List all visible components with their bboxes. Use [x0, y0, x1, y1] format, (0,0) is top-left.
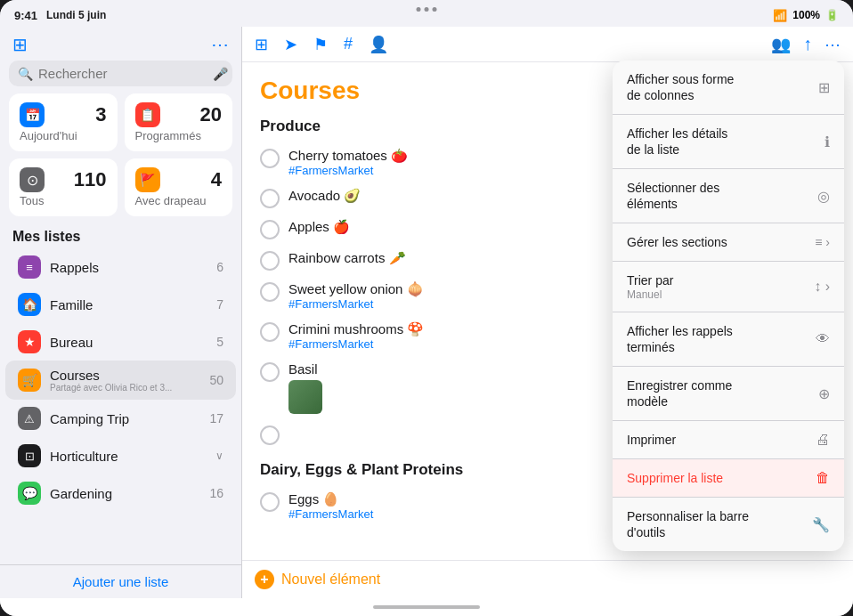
search-bar[interactable]: 🔍 🎤 [9, 61, 232, 86]
dot1 [417, 7, 421, 12]
grid-view-icon[interactable]: ⊞ [255, 35, 268, 54]
sidebar: ⊞ ⋯ 🔍 🎤 📅 3 Aujourd'hui [0, 27, 242, 598]
new-item-button[interactable]: + Nouvel élément [255, 570, 841, 589]
courses-sub: Partagé avec Olivia Rico et 3... [50, 383, 200, 393]
sidebar-more-icon[interactable]: ⋯ [211, 34, 229, 55]
cursor-icon[interactable]: ➤ [284, 35, 297, 54]
list-item-famille[interactable]: 🏠 Famille 7 [5, 286, 236, 323]
todo-circle-9[interactable] [260, 492, 280, 512]
list-item-rappels[interactable]: ≡ Rappels 6 [5, 248, 236, 286]
courses-info: Courses Partagé avec Olivia Rico et 3... [50, 368, 200, 393]
todo-circle-3[interactable] [260, 220, 280, 239]
todo-circle-5[interactable] [260, 282, 280, 302]
courses-count: 50 [209, 373, 223, 387]
flag-icon[interactable]: ⚑ [313, 35, 328, 54]
group-icon[interactable]: 👥 [771, 35, 791, 54]
dropdown-print[interactable]: Imprimer 🖨 [613, 421, 844, 459]
dropdown-select[interactable]: Sélectionner deséléments ◎ [613, 169, 844, 223]
smart-list-scheduled-top: 📋 20 [135, 102, 223, 127]
smart-list-all[interactable]: ⊙ 110 Tous [9, 158, 118, 216]
new-item-label: Nouvel élément [281, 571, 380, 588]
details-icon: ℹ [825, 134, 830, 150]
battery: 100% [792, 9, 820, 21]
dropdown-sections-text: Gérer les sections [627, 234, 727, 250]
dropdown-delete[interactable]: Supprimer la liste 🗑 [613, 459, 844, 498]
content-footer: + Nouvel élément [242, 560, 853, 598]
scheduled-label: Programmés [135, 129, 223, 142]
todo-circle-8[interactable] [260, 426, 280, 445]
wrench-icon: 🔧 [812, 516, 830, 533]
flagged-label: Avec drapeau [135, 194, 223, 207]
smart-list-flagged[interactable]: 🚩 4 Avec drapeau [125, 158, 233, 216]
delete-icon: 🗑 [816, 470, 830, 486]
status-left: 9:41 Lundi 5 juin [14, 9, 106, 22]
dot3 [433, 7, 437, 12]
gardening-icon: 💬 [18, 482, 41, 505]
camping-count: 17 [209, 411, 223, 426]
list-item-bureau[interactable]: ★ Bureau 5 [5, 323, 236, 361]
smart-list-scheduled[interactable]: 📋 20 Programmés [125, 93, 233, 151]
search-input[interactable] [38, 66, 207, 81]
today-count: 3 [95, 103, 106, 126]
todo-circle-7[interactable] [260, 362, 280, 382]
dropdown-columns[interactable]: Afficher sous formede colonnes ⊞ [613, 61, 844, 115]
dropdown-sort-text: Trier par Manuel [627, 272, 673, 301]
rappels-count: 6 [216, 260, 223, 274]
todo-circle-4[interactable] [260, 251, 280, 271]
status-right: 📶 100% 🔋 [773, 9, 839, 22]
todo-circle-2[interactable] [260, 189, 280, 208]
today-label: Aujourd'hui [20, 129, 107, 142]
dropdown-select-text: Sélectionner deséléments [627, 180, 719, 212]
horticulture-icon: ⊡ [18, 444, 41, 467]
battery-icon: 🔋 [825, 9, 839, 21]
famille-name: Famille [50, 297, 207, 312]
list-item-camping[interactable]: ⚠ Camping Trip 17 [5, 400, 236, 437]
famille-icon: 🏠 [18, 293, 41, 316]
dropdown-sections[interactable]: Gérer les sections ≡ › [613, 223, 844, 262]
todo-circle-6[interactable] [260, 322, 280, 342]
list-item-horticulture[interactable]: ⊡ Horticulture ∨ [5, 437, 236, 474]
sort-icon: ↕ › [814, 279, 830, 295]
eye-icon: 👁 [816, 331, 830, 347]
flagged-count: 4 [211, 168, 222, 191]
scheduled-icon: 📋 [135, 102, 160, 127]
bureau-name: Bureau [50, 335, 207, 350]
dropdown-sort[interactable]: Trier par Manuel ↕ › [613, 262, 844, 312]
home-indicator [0, 598, 853, 616]
smart-list-flagged-top: 🚩 4 [135, 167, 223, 192]
status-date: Lundi 5 juin [46, 9, 106, 21]
share-icon[interactable]: ↑ [803, 34, 812, 54]
courses-icon: 🛒 [18, 369, 41, 392]
dropdown-show-completed[interactable]: Afficher les rappelsterminés 👁 [613, 312, 844, 367]
horticulture-name: Horticulture [50, 449, 207, 464]
wifi-icon: 📶 [773, 9, 787, 22]
hashtag-icon[interactable]: # [344, 35, 353, 53]
mic-icon[interactable]: 🎤 [213, 67, 228, 81]
dropdown-save-template[interactable]: Enregistrer commemodèle ⊕ [613, 367, 844, 421]
sections-icon: ≡ › [815, 235, 830, 249]
dropdown-customize[interactable]: Personnaliser la barred'outils 🔧 [613, 498, 844, 551]
scheduled-count: 20 [200, 103, 222, 126]
add-list-button[interactable]: Ajouter une liste [12, 574, 229, 589]
list-item-gardening[interactable]: 💬 Gardening 16 [5, 474, 236, 512]
gardening-name: Gardening [50, 486, 200, 501]
famille-count: 7 [216, 297, 223, 312]
content-toolbar: ⊞ ➤ ⚑ # 👤 👥 ↑ ⋯ [242, 27, 853, 62]
sidebar-footer: Ajouter une liste [0, 564, 241, 598]
all-count: 110 [74, 168, 107, 191]
todo-circle-1[interactable] [260, 149, 280, 168]
more-icon[interactable]: ⋯ [825, 35, 841, 54]
smart-lists: 📅 3 Aujourd'hui 📋 20 Programmés [0, 93, 241, 223]
horticulture-chevron: ∨ [215, 450, 223, 462]
person-icon[interactable]: 👤 [369, 35, 388, 54]
dropdown-customize-text: Personnaliser la barred'outils [627, 508, 749, 540]
search-icon: 🔍 [18, 67, 33, 81]
dropdown-menu: Afficher sous formede colonnes ⊞ Affiche… [613, 61, 844, 551]
courses-name: Courses [50, 368, 200, 383]
print-icon: 🖨 [816, 432, 830, 448]
dropdown-details[interactable]: Afficher les détailsde la liste ℹ [613, 115, 844, 169]
smart-list-today[interactable]: 📅 3 Aujourd'hui [9, 93, 118, 151]
list-item-courses[interactable]: 🛒 Courses Partagé avec Olivia Rico et 3.… [5, 361, 236, 400]
bureau-icon: ★ [18, 330, 41, 353]
sidebar-toggle-icon[interactable]: ⊞ [12, 34, 28, 55]
